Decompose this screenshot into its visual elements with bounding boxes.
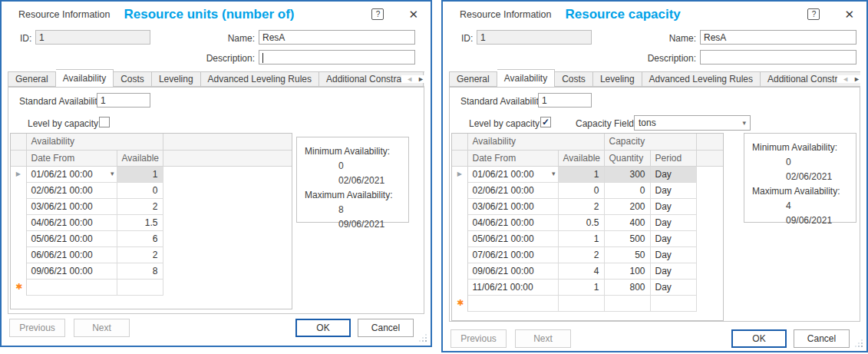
grid-cell[interactable]: 800 — [604, 279, 650, 295]
scroll-left-icon[interactable]: ◄ — [842, 75, 849, 83]
grid-cell[interactable]: 02/06/21 00:00 — [26, 182, 117, 198]
tab-general[interactable]: General — [8, 71, 56, 87]
grid-cell[interactable]: 0 — [558, 182, 604, 198]
resize-grip[interactable] — [861, 346, 863, 347]
grid-cell[interactable]: 0 — [117, 182, 163, 198]
grid-cell[interactable]: 400 — [604, 214, 650, 230]
grid-cell[interactable]: Day — [650, 182, 696, 198]
grid-cell[interactable]: 03/06/21 00:00 — [26, 198, 117, 214]
grid-cell[interactable]: Day — [650, 198, 696, 214]
cell-dropdown-icon[interactable]: ▾ — [552, 170, 556, 177]
grid-cell[interactable]: 02/06/21 00:00 — [467, 182, 558, 198]
grid-cell[interactable]: 01/06/21 00:00▾ — [467, 166, 558, 182]
grid-cell[interactable]: 500 — [604, 230, 650, 246]
grid-cell[interactable]: 1.5 — [117, 214, 163, 230]
grid-cell[interactable]: 300 — [604, 166, 650, 182]
close-icon[interactable]: ✕ — [844, 8, 854, 20]
grid-cell[interactable]: 100 — [604, 263, 650, 279]
id-field[interactable]: 1 — [35, 30, 150, 45]
cell-dropdown-icon[interactable]: ▾ — [111, 170, 114, 177]
grid-cell[interactable]: 2 — [558, 198, 604, 214]
grid-cell[interactable] — [467, 295, 558, 311]
grid-column-header[interactable]: Date From — [26, 150, 117, 166]
grid-cell[interactable]: 04/06/21 00:00 — [467, 214, 558, 230]
grid-new-row: ✱ — [11, 279, 292, 295]
level-by-capacity-checkbox[interactable] — [99, 117, 110, 127]
grid-column-header[interactable]: Period — [650, 150, 696, 166]
level-by-capacity-checkbox[interactable]: ✓ — [540, 117, 551, 127]
grid-cell[interactable]: 2 — [558, 246, 604, 263]
description-field[interactable] — [259, 50, 415, 65]
ok-button[interactable]: OK — [295, 319, 351, 337]
grid-cell[interactable]: 200 — [604, 198, 650, 214]
grid-cell[interactable]: 2 — [117, 198, 163, 214]
grid-cell[interactable]: 01/06/21 00:00▾ — [26, 166, 117, 182]
tab-availability[interactable]: Availability — [497, 69, 555, 87]
grid-cell[interactable]: 1 — [558, 166, 604, 182]
grid-cell[interactable]: 50 — [604, 246, 650, 263]
grid-cell[interactable]: 2 — [117, 246, 163, 263]
grid-column-header[interactable]: Quantity — [604, 150, 650, 166]
tab-general[interactable]: General — [449, 71, 497, 87]
grid-cell[interactable]: 8 — [117, 263, 163, 279]
grid-cell[interactable]: 05/06/21 00:00 — [467, 230, 558, 246]
tab-leveling[interactable]: Leveling — [593, 71, 642, 87]
tab-advanced-leveling-rules[interactable]: Advanced Leveling Rules — [642, 71, 761, 87]
grid-cell[interactable] — [558, 295, 604, 311]
ok-button[interactable]: OK — [731, 329, 787, 348]
grid-cell[interactable]: Day — [650, 230, 696, 246]
grid-column-header[interactable]: Date From — [467, 150, 558, 166]
close-icon[interactable]: ✕ — [408, 8, 418, 20]
tab-costs[interactable]: Costs — [555, 71, 593, 87]
grid-cell[interactable]: Day — [650, 263, 696, 279]
tab-leveling[interactable]: Leveling — [152, 71, 201, 87]
grid-cell[interactable]: 4 — [558, 263, 604, 279]
grid-cell[interactable]: Day — [650, 279, 696, 295]
grid-cell[interactable]: 0 — [604, 182, 650, 198]
grid-cell[interactable] — [26, 279, 117, 295]
previous-button[interactable]: Previous — [9, 319, 65, 337]
resize-grip[interactable] — [425, 340, 427, 342]
grid-cell[interactable]: 04/06/21 00:00 — [26, 214, 117, 230]
grid-cell[interactable]: 05/06/21 00:00 — [26, 230, 117, 246]
tab-advanced-leveling-rules[interactable]: Advanced Leveling Rules — [201, 71, 319, 87]
standard-availability-field[interactable]: 1 — [538, 93, 592, 108]
grid-cell[interactable]: 09/06/21 00:00 — [467, 263, 558, 279]
grid-cell[interactable]: 0.5 — [558, 214, 604, 230]
standard-availability-field[interactable]: 1 — [97, 93, 150, 108]
grid-cell[interactable]: 06/06/21 00:00 — [26, 246, 117, 263]
grid-cell[interactable]: 1 — [558, 230, 604, 246]
scroll-right-icon[interactable]: ► — [853, 75, 860, 83]
grid-cell[interactable] — [117, 279, 163, 295]
grid-cell[interactable]: 03/06/21 00:00 — [467, 198, 558, 214]
grid-cell[interactable]: Day — [650, 246, 696, 263]
grid-cell[interactable]: 07/06/21 00:00 — [467, 246, 558, 263]
tab-costs[interactable]: Costs — [114, 71, 152, 87]
grid-column-header[interactable]: Available — [117, 150, 163, 166]
scroll-right-icon[interactable]: ► — [417, 75, 424, 83]
tab-availability[interactable]: Availability — [56, 69, 114, 87]
name-field[interactable]: ResA — [700, 30, 856, 45]
help-icon[interactable]: ? — [807, 8, 820, 20]
grid-cell[interactable]: 09/06/21 00:00 — [26, 263, 117, 279]
grid-cell[interactable] — [650, 295, 696, 311]
next-button[interactable]: Next — [74, 319, 130, 337]
grid-cell[interactable]: 1 — [558, 279, 604, 295]
previous-button[interactable]: Previous — [451, 329, 507, 348]
grid-cell[interactable] — [604, 295, 650, 311]
grid-cell[interactable]: 1 — [117, 166, 163, 182]
name-field[interactable]: ResA — [259, 30, 415, 45]
capacity-field-dropdown[interactable]: tons▾ — [634, 115, 751, 131]
next-button[interactable]: Next — [515, 329, 571, 348]
grid-column-header[interactable]: Available — [558, 150, 604, 166]
grid-cell[interactable]: 11/06/21 00:00 — [467, 279, 558, 295]
description-field[interactable] — [700, 50, 856, 65]
grid-cell[interactable]: Day — [650, 214, 696, 230]
cancel-button[interactable]: Cancel — [358, 319, 414, 337]
grid-cell[interactable]: 6 — [117, 230, 163, 246]
scroll-left-icon[interactable]: ◄ — [406, 75, 413, 83]
grid-cell[interactable]: Day — [650, 166, 696, 182]
id-field[interactable]: 1 — [477, 30, 592, 45]
help-icon[interactable]: ? — [371, 8, 384, 20]
cancel-button[interactable]: Cancel — [794, 329, 850, 348]
